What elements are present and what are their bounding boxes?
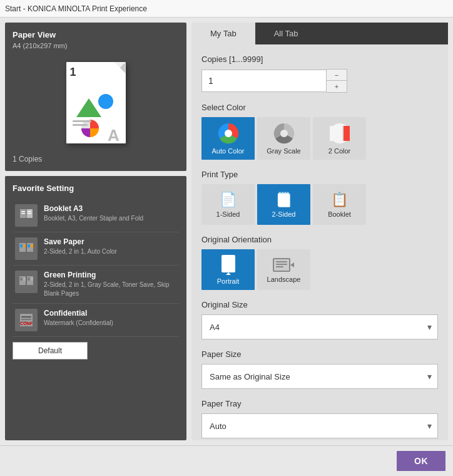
svg-rect-11 (28, 211, 31, 212)
fav-icon-confidential: CONF (15, 309, 38, 331)
color-btn-2color-label: 2 Color (328, 147, 350, 155)
svg-marker-48 (290, 262, 294, 267)
select-color-section: Select Color Auto Color (201, 103, 438, 160)
svg-rect-27 (21, 319, 31, 320)
booklet-icon (18, 207, 35, 224)
save-paper-icon (18, 240, 35, 257)
default-button[interactable]: Default (13, 342, 88, 360)
fav-icon-booklet (15, 204, 38, 227)
svg-marker-0 (76, 98, 101, 117)
svg-rect-23 (28, 277, 30, 281)
svg-rect-45 (276, 261, 287, 262)
print-btn-1sided[interactable]: 📄 1-Sided (201, 184, 255, 225)
svg-rect-47 (276, 266, 283, 267)
left-panel: Paper View A4 (210x297 mm) 1 (5, 23, 186, 440)
color-btn-2color[interactable]: 2 Color (313, 117, 366, 160)
paper-size-dropdown[interactable]: Same as Original Size A4 A3 Letter (201, 364, 438, 389)
gray-scale-icon (273, 122, 295, 145)
paper-tray-dropdown-wrapper: Auto Tray 1 Tray 2 Bypass Tray ▾ (201, 413, 438, 438)
main-content: Paper View A4 (210x297 mm) 1 (0, 18, 453, 445)
green-printing-icon (18, 273, 35, 291)
svg-rect-9 (21, 211, 25, 212)
svg-rect-40 (225, 259, 232, 260)
svg-rect-17 (28, 244, 30, 247)
bottom-bar: OK (0, 445, 453, 476)
svg-rect-21 (20, 277, 23, 281)
print-type-label: Print Type (201, 170, 438, 179)
fav-desc-booklet: Booklet, A3, Center Staple and Fold (44, 214, 176, 223)
svg-rect-3 (73, 120, 91, 122)
orientation-section: Original Orientation Portrait (201, 235, 438, 290)
right-content: Copies [1...9999] − + Select Color (191, 44, 448, 440)
paper-view-title: Paper View (13, 30, 179, 39)
svg-rect-16 (23, 244, 26, 247)
favorite-item-booklet[interactable]: Booklet A3 Booklet, A3, Center Staple an… (13, 199, 179, 232)
fav-name-save-paper: Save Paper (44, 237, 176, 246)
svg-point-33 (280, 130, 288, 137)
svg-rect-36 (330, 126, 342, 141)
fav-icon-green-printing (15, 271, 38, 293)
color-btn-grayscale-label: Gray Scale (267, 147, 300, 155)
fav-text-booklet: Booklet A3 Booklet, A3, Center Staple an… (44, 204, 176, 223)
paper-size-label: A4 (210x297 mm) (13, 42, 179, 49)
favorite-item-save-paper[interactable]: Save Paper 2-Sided, 2 in 1, Auto Color (13, 232, 179, 266)
fav-desc-save-paper: 2-Sided, 2 in 1, Auto Color (44, 247, 176, 256)
svg-rect-46 (276, 264, 287, 265)
portrait-icon (220, 255, 237, 275)
svg-rect-15 (20, 244, 23, 247)
copies-stepper: − + (327, 69, 347, 93)
paper-tray-label: Paper Tray (201, 399, 438, 408)
copies-section: Copies [1...9999] − + (201, 54, 438, 93)
1sided-icon: 📄 (220, 192, 237, 208)
2sided-icon: 🗒️ (275, 192, 292, 208)
paper-size-label: Paper Size (201, 349, 438, 359)
svg-rect-41 (225, 261, 232, 262)
tab-bar: My Tab All Tab (191, 23, 448, 44)
print-type-section: Print Type 📄 1-Sided 🗒️ 2-Sided 📋 Bookle… (201, 170, 438, 225)
orientation-btn-group: Portrait Landscape (201, 249, 438, 290)
paper-size-dropdown-wrapper: Same as Original Size A4 A3 Letter ▾ (201, 364, 438, 389)
fav-desc-green-printing: 2-Sided, 2 in 1, Gray Scale, Toner Save,… (44, 281, 176, 298)
landscape-icon (273, 257, 295, 273)
tab-all-tab[interactable]: All Tab (255, 23, 317, 44)
fav-desc-confidential: Watermark (Confidential) (44, 319, 176, 328)
original-size-dropdown-wrapper: A4 A3 Letter Legal ▾ (201, 314, 438, 339)
fav-icon-save-paper (15, 237, 38, 260)
confidential-icon: CONF (18, 311, 35, 329)
copies-plus-button[interactable]: + (327, 81, 347, 92)
favorite-item-green-printing[interactable]: Green Printing 2-Sided, 2 in 1, Gray Sca… (13, 266, 179, 304)
original-size-label: Original Size (201, 300, 438, 309)
svg-text:CONF: CONF (20, 321, 33, 326)
select-color-label: Select Color (201, 103, 438, 112)
orient-btn-portrait[interactable]: Portrait (201, 249, 255, 290)
orient-btn-landscape[interactable]: Landscape (257, 249, 310, 290)
fav-text-confidential: Confidential Watermark (Confidential) (44, 309, 176, 328)
svg-rect-4 (73, 124, 88, 126)
print-btn-2sided[interactable]: 🗒️ 2-Sided (257, 184, 310, 225)
svg-marker-43 (226, 272, 231, 275)
paper-preview-icon: 1 (66, 62, 126, 143)
two-color-icon (328, 122, 351, 145)
favorite-item-confidential[interactable]: CONF Confidential Watermark (Confidentia… (13, 304, 179, 337)
paper-number: 1 (70, 66, 76, 79)
copies-label: Copies [1...9999] (201, 54, 438, 64)
paper-tray-dropdown[interactable]: Auto Tray 1 Tray 2 Bypass Tray (201, 413, 438, 438)
svg-rect-22 (23, 277, 26, 281)
copies-input[interactable] (201, 70, 327, 92)
ok-button[interactable]: OK (397, 451, 445, 471)
orient-btn-landscape-label: Landscape (267, 276, 301, 283)
paper-tray-section: Paper Tray Auto Tray 1 Tray 2 Bypass Tra… (201, 399, 438, 438)
color-btn-grayscale[interactable]: Gray Scale (257, 117, 310, 160)
color-btn-auto[interactable]: Auto Color (201, 117, 255, 160)
copies-minus-button[interactable]: − (327, 70, 347, 81)
copies-row: − + (201, 69, 438, 93)
title-bar: Start - KONICA MINOLTA Print Experience (0, 0, 453, 18)
print-btn-booklet[interactable]: 📋 Booklet (313, 184, 366, 225)
fav-text-save-paper: Save Paper 2-Sided, 2 in 1, Auto Color (44, 237, 176, 256)
orient-btn-portrait-label: Portrait (217, 277, 239, 285)
tab-my-tab[interactable]: My Tab (191, 23, 255, 44)
color-btn-auto-label: Auto Color (212, 147, 245, 155)
title-text: Start - KONICA MINOLTA Print Experience (5, 4, 147, 13)
original-size-dropdown[interactable]: A4 A3 Letter Legal (201, 314, 438, 339)
favorite-setting: Favorite Setting Booklet A3 Book (5, 176, 186, 440)
